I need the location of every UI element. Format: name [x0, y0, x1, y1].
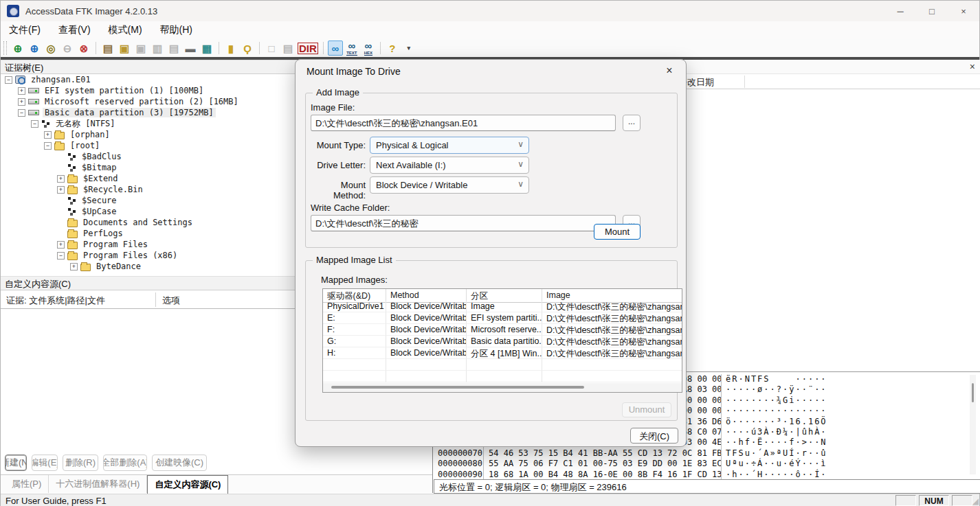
menu-file[interactable]: 文件(F)	[9, 24, 41, 36]
expand-toggle-icon[interactable]: −	[44, 142, 52, 150]
expand-toggle-icon[interactable]: +	[57, 186, 65, 194]
expand-toggle-icon[interactable]: −	[5, 76, 12, 84]
export-disk-image-icon[interactable]: ▣	[117, 41, 132, 56]
help-icon[interactable]: ?	[385, 41, 400, 56]
hex-bytes: 18 68 1A 00 B4 48 8A 16-0E 00 8B F4 16 1…	[484, 470, 721, 479]
scrollbar-thumb[interactable]	[972, 383, 974, 402]
mapped-cell[interactable]: E:	[323, 312, 386, 324]
maximize-button[interactable]: □	[916, 1, 948, 21]
expand-toggle-icon[interactable]: −	[57, 252, 65, 260]
mapped-cell[interactable]: D:\文件\desctf\张三的秘密\zhangsan.E	[542, 324, 682, 336]
hex-row[interactable]: 00000007054 46 53 75 15 B4 41 BB-AA 55 C…	[433, 448, 980, 459]
mapped-cell[interactable]: D:\文件\desctf\张三的秘密\zhangsan.E	[542, 336, 682, 347]
mapped-cell[interactable]: G:	[323, 336, 386, 347]
image-file-label: Image File:	[311, 102, 355, 113]
expand-toggle-icon[interactable]: +	[57, 175, 65, 183]
expand-toggle-icon[interactable]: +	[57, 241, 65, 249]
dialog-close-icon[interactable]: ×	[662, 65, 676, 77]
mapped-cell[interactable]: Basic data partitio...	[467, 336, 542, 347]
mount-button[interactable]: Mount	[594, 224, 641, 240]
mount-image-dialog: Mount Image To Drive × Add Image Image F…	[295, 59, 687, 447]
edit-button[interactable]: 编辑(E)	[32, 455, 58, 471]
file-list-close-icon[interactable]: ×	[970, 61, 975, 72]
write-cache-input[interactable]: D:\文件\desctf\张三的秘密	[311, 215, 616, 231]
scrollbar-thumb[interactable]	[331, 386, 584, 389]
mapped-cell[interactable]: Block Device/Writable	[386, 336, 467, 347]
folder-icon	[67, 176, 78, 183]
expand-toggle-icon[interactable]: +	[18, 87, 25, 95]
glyph: Ϙ	[243, 43, 252, 54]
text-view-icon[interactable]: ∞TEXT	[344, 41, 359, 56]
tree-node-label: [root]	[68, 141, 102, 150]
filesystem-icon	[41, 119, 50, 128]
mapped-cell[interactable]: PhysicalDrive1	[323, 301, 386, 312]
mapped-cell[interactable]: EFI system partiti...	[467, 312, 542, 324]
tab-hex-interpreter[interactable]: 十六进制值解释器(H)	[49, 475, 147, 493]
drive-letter-value: Next Available (I:)	[376, 160, 446, 170]
obtain-protected-files-icon[interactable]: ▮	[223, 41, 238, 56]
drive-letter-select[interactable]: Next Available (I:) ∨	[370, 157, 529, 174]
minimize-button[interactable]: ─	[884, 1, 916, 21]
mount-type-select[interactable]: Physical & Logical ∨	[370, 137, 529, 154]
hex-view-icon[interactable]: ∞HEX	[361, 41, 376, 56]
hex-row[interactable]: 00000009018 68 1A 00 B4 48 8A 16-0E 00 8…	[433, 470, 980, 479]
hex-row[interactable]: 00000008055 AA 75 06 F7 C1 01 00-75 03 E…	[433, 459, 980, 469]
column-divider[interactable]	[155, 292, 156, 307]
mapped-cell[interactable]: 分区 4 [1MB] Win...	[467, 347, 542, 359]
expand-toggle-icon[interactable]: +	[70, 263, 78, 271]
resize-grip[interactable]: ◢	[972, 496, 979, 506]
mapped-cell[interactable]: D:\文件\desctf\张三的秘密\zhangsan.E	[542, 312, 682, 324]
mapped-cell[interactable]: Block Device/Writable	[386, 301, 467, 312]
folder-icon	[67, 242, 78, 249]
remove-all-evidence-items-icon[interactable]: ⊗	[76, 41, 91, 56]
menu-view[interactable]: 查看(V)	[58, 24, 91, 36]
scroll-indicator	[952, 495, 972, 506]
mapped-cell[interactable]: D:\文件\desctf\张三的秘密\zhangsan.E	[542, 347, 682, 359]
add-all-attached-devices-icon[interactable]: ⊕	[27, 41, 42, 56]
mapped-cell[interactable]: F:	[323, 324, 386, 336]
add-evidence-item-icon[interactable]: ⊕	[10, 41, 25, 56]
table-horizontal-scrollbar[interactable]	[323, 383, 682, 392]
decrypt-key-icon[interactable]: Ϙ	[240, 41, 255, 56]
create-image-button[interactable]: 创建映像(C)	[152, 455, 207, 471]
expand-toggle-icon[interactable]: +	[44, 131, 52, 139]
dialog-close-button[interactable]: 关闭(C)	[630, 428, 678, 444]
mapped-images-table[interactable]: 驱动器(&D)Method分区ImagePhysicalDrive1Block …	[322, 288, 682, 393]
tab-properties[interactable]: 属性(P)	[5, 475, 49, 493]
directory-listing-icon[interactable]: DIR	[297, 41, 319, 56]
image-file-input[interactable]: D:\文件\desctf\张三的秘密\zhangsan.E01	[311, 115, 616, 131]
expand-toggle-icon[interactable]: −	[31, 120, 38, 128]
mapped-empty-cell	[386, 359, 467, 371]
mount-method-select[interactable]: Block Device / Writable ∨	[370, 176, 529, 194]
tab-custom-content[interactable]: 自定义内容源(C)	[147, 475, 228, 494]
auto-view-icon[interactable]: ∞	[328, 41, 343, 56]
mapped-cell[interactable]: Block Device/Writable	[386, 312, 467, 324]
expand-toggle-icon[interactable]: +	[18, 98, 25, 106]
delete-all-button[interactable]: 全部删除(A)	[103, 455, 147, 471]
image-mounting-icon[interactable]: ◎	[43, 41, 58, 56]
tree-node-label: Program Files (x86)	[81, 251, 179, 260]
mapped-cell[interactable]: Block Device/Writable	[386, 324, 467, 336]
image-file-browse-button[interactable]: ...	[623, 115, 641, 131]
mapped-cell[interactable]: Block Device/Writable	[386, 347, 467, 359]
new-button[interactable]: 新建(N)	[5, 455, 27, 471]
mapped-cell[interactable]: Microsoft reserve...	[467, 324, 542, 336]
hex-vertical-scrollbar[interactable]	[970, 375, 976, 474]
create-disk-image-icon[interactable]: ▤	[100, 41, 115, 56]
close-button[interactable]: ×	[948, 1, 979, 21]
capture-memory-icon[interactable]: ▦	[199, 41, 214, 56]
toolbar-grip[interactable]	[3, 41, 7, 55]
column-divider[interactable]	[744, 76, 745, 88]
mount-method-value: Block Device / Writable	[376, 180, 467, 190]
toolbar-separator	[96, 42, 96, 54]
image-icon	[15, 76, 25, 84]
drive-icon[interactable]: ▬	[183, 41, 198, 56]
mapped-cell[interactable]: H:	[323, 347, 386, 359]
menu-mode[interactable]: 模式(M)	[109, 24, 142, 36]
delete-button[interactable]: 删除(R)	[63, 455, 98, 471]
mapped-cell[interactable]: Image	[467, 301, 542, 312]
toolbar-overflow-icon[interactable]: ▾	[401, 41, 416, 56]
menu-help[interactable]: 帮助(H)	[160, 24, 192, 36]
mapped-cell[interactable]: D:\文件\desctf\张三的秘密\zhangsan.E	[542, 301, 682, 312]
expand-toggle-icon[interactable]: −	[18, 109, 25, 117]
